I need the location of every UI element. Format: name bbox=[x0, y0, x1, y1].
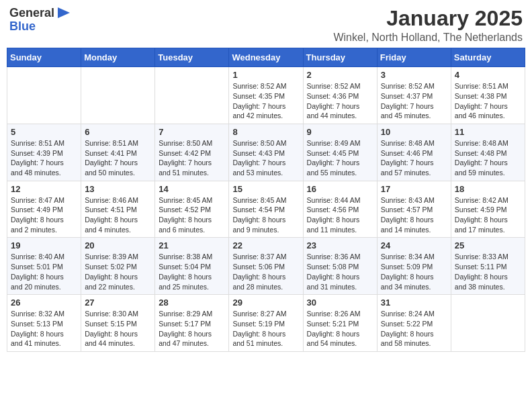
weekday-header-saturday: Saturday bbox=[451, 48, 525, 67]
day-info: Sunrise: 8:33 AM Sunset: 5:11 PM Dayligh… bbox=[455, 252, 521, 291]
day-info: Sunrise: 8:29 AM Sunset: 5:17 PM Dayligh… bbox=[159, 309, 225, 349]
day-number: 16 bbox=[307, 184, 373, 194]
calendar-cell: 9Sunrise: 8:49 AM Sunset: 4:45 PM Daylig… bbox=[303, 124, 377, 181]
day-info: Sunrise: 8:37 AM Sunset: 5:06 PM Dayligh… bbox=[232, 252, 299, 291]
logo-blue: Blue bbox=[9, 20, 71, 34]
weekday-header-sunday: Sunday bbox=[7, 48, 81, 67]
day-number: 10 bbox=[381, 127, 447, 137]
day-number: 24 bbox=[381, 240, 447, 250]
month-title: January 2025 bbox=[333, 7, 523, 30]
calendar-cell: 17Sunrise: 8:43 AM Sunset: 4:57 PM Dayli… bbox=[377, 181, 451, 238]
day-info: Sunrise: 8:45 AM Sunset: 4:54 PM Dayligh… bbox=[232, 195, 299, 235]
day-info: Sunrise: 8:39 AM Sunset: 5:02 PM Dayligh… bbox=[85, 252, 151, 291]
calendar-cell: 2Sunrise: 8:52 AM Sunset: 4:36 PM Daylig… bbox=[303, 67, 377, 124]
day-number: 23 bbox=[307, 240, 373, 250]
calendar-cell: 3Sunrise: 8:52 AM Sunset: 4:37 PM Daylig… bbox=[377, 67, 451, 124]
day-info: Sunrise: 8:38 AM Sunset: 5:04 PM Dayligh… bbox=[159, 252, 225, 291]
calendar-cell: 26Sunrise: 8:32 AM Sunset: 5:13 PM Dayli… bbox=[7, 295, 81, 352]
day-number: 31 bbox=[381, 298, 447, 308]
calendar-cell: 12Sunrise: 8:47 AM Sunset: 4:49 PM Dayli… bbox=[7, 181, 81, 238]
calendar-cell: 29Sunrise: 8:27 AM Sunset: 5:19 PM Dayli… bbox=[229, 295, 303, 352]
day-number: 11 bbox=[455, 127, 521, 137]
day-info: Sunrise: 8:50 AM Sunset: 4:43 PM Dayligh… bbox=[232, 138, 299, 178]
weekday-header-thursday: Thursday bbox=[303, 48, 377, 67]
day-number: 28 bbox=[159, 298, 225, 308]
weekday-header-row: SundayMondayTuesdayWednesdayThursdayFrid… bbox=[7, 48, 525, 67]
calendar-week-row: 5Sunrise: 8:51 AM Sunset: 4:39 PM Daylig… bbox=[7, 124, 525, 181]
day-info: Sunrise: 8:43 AM Sunset: 4:57 PM Dayligh… bbox=[381, 195, 447, 235]
location-title: Winkel, North Holland, The Netherlands bbox=[333, 32, 523, 44]
calendar-cell: 22Sunrise: 8:37 AM Sunset: 5:06 PM Dayli… bbox=[229, 238, 303, 295]
day-number: 18 bbox=[455, 184, 521, 194]
day-number: 19 bbox=[11, 240, 77, 250]
day-number: 7 bbox=[159, 127, 225, 137]
calendar-cell: 31Sunrise: 8:24 AM Sunset: 5:22 PM Dayli… bbox=[377, 295, 451, 352]
calendar-cell: 19Sunrise: 8:40 AM Sunset: 5:01 PM Dayli… bbox=[7, 238, 81, 295]
calendar-week-row: 19Sunrise: 8:40 AM Sunset: 5:01 PM Dayli… bbox=[7, 238, 525, 295]
calendar-cell: 27Sunrise: 8:30 AM Sunset: 5:15 PM Dayli… bbox=[81, 295, 155, 352]
day-number: 6 bbox=[85, 127, 151, 137]
day-number: 22 bbox=[232, 240, 299, 250]
day-number: 2 bbox=[307, 70, 373, 80]
calendar-cell: 23Sunrise: 8:36 AM Sunset: 5:08 PM Dayli… bbox=[303, 238, 377, 295]
day-number: 8 bbox=[232, 127, 299, 137]
weekday-header-wednesday: Wednesday bbox=[229, 48, 303, 67]
calendar-cell: 16Sunrise: 8:44 AM Sunset: 4:56 PM Dayli… bbox=[303, 181, 377, 238]
day-number: 20 bbox=[85, 240, 151, 250]
logo: General Blue bbox=[9, 7, 71, 34]
weekday-header-tuesday: Tuesday bbox=[155, 48, 229, 67]
day-number: 15 bbox=[232, 184, 299, 194]
day-info: Sunrise: 8:45 AM Sunset: 4:52 PM Dayligh… bbox=[159, 195, 225, 235]
calendar-cell: 8Sunrise: 8:50 AM Sunset: 4:43 PM Daylig… bbox=[229, 124, 303, 181]
svg-marker-0 bbox=[58, 7, 70, 18]
weekday-header-monday: Monday bbox=[81, 48, 155, 67]
day-info: Sunrise: 8:26 AM Sunset: 5:21 PM Dayligh… bbox=[307, 309, 373, 349]
calendar-week-row: 26Sunrise: 8:32 AM Sunset: 5:13 PM Dayli… bbox=[7, 295, 525, 352]
day-info: Sunrise: 8:32 AM Sunset: 5:13 PM Dayligh… bbox=[11, 309, 77, 349]
calendar-cell: 14Sunrise: 8:45 AM Sunset: 4:52 PM Dayli… bbox=[155, 181, 229, 238]
day-number: 3 bbox=[381, 70, 447, 80]
title-section: January 2025 Winkel, North Holland, The … bbox=[333, 7, 523, 44]
calendar-cell: 6Sunrise: 8:51 AM Sunset: 4:41 PM Daylig… bbox=[81, 124, 155, 181]
calendar-cell: 18Sunrise: 8:42 AM Sunset: 4:59 PM Dayli… bbox=[451, 181, 525, 238]
day-info: Sunrise: 8:40 AM Sunset: 5:01 PM Dayligh… bbox=[11, 252, 77, 291]
day-info: Sunrise: 8:52 AM Sunset: 4:37 PM Dayligh… bbox=[381, 81, 447, 121]
day-info: Sunrise: 8:42 AM Sunset: 4:59 PM Dayligh… bbox=[455, 195, 521, 235]
day-info: Sunrise: 8:24 AM Sunset: 5:22 PM Dayligh… bbox=[381, 309, 447, 349]
calendar-cell: 24Sunrise: 8:34 AM Sunset: 5:09 PM Dayli… bbox=[377, 238, 451, 295]
calendar-cell: 15Sunrise: 8:45 AM Sunset: 4:54 PM Dayli… bbox=[229, 181, 303, 238]
calendar-cell bbox=[155, 67, 229, 124]
page-header: General Blue January 2025 Winkel, North … bbox=[7, 7, 525, 44]
calendar-cell: 21Sunrise: 8:38 AM Sunset: 5:04 PM Dayli… bbox=[155, 238, 229, 295]
day-number: 12 bbox=[11, 184, 77, 194]
day-number: 26 bbox=[11, 298, 77, 308]
day-number: 14 bbox=[159, 184, 225, 194]
calendar-table: SundayMondayTuesdayWednesdayThursdayFrid… bbox=[7, 48, 525, 352]
day-info: Sunrise: 8:46 AM Sunset: 4:51 PM Dayligh… bbox=[85, 195, 151, 235]
calendar-cell: 5Sunrise: 8:51 AM Sunset: 4:39 PM Daylig… bbox=[7, 124, 81, 181]
day-info: Sunrise: 8:49 AM Sunset: 4:45 PM Dayligh… bbox=[307, 138, 373, 178]
calendar-cell bbox=[81, 67, 155, 124]
day-number: 27 bbox=[85, 298, 151, 308]
day-info: Sunrise: 8:52 AM Sunset: 4:35 PM Dayligh… bbox=[232, 81, 299, 121]
calendar-cell: 28Sunrise: 8:29 AM Sunset: 5:17 PM Dayli… bbox=[155, 295, 229, 352]
calendar-week-row: 12Sunrise: 8:47 AM Sunset: 4:49 PM Dayli… bbox=[7, 181, 525, 238]
day-number: 29 bbox=[232, 298, 299, 308]
logo-flag-icon bbox=[58, 7, 71, 19]
day-number: 4 bbox=[455, 70, 521, 80]
day-info: Sunrise: 8:52 AM Sunset: 4:36 PM Dayligh… bbox=[307, 81, 373, 121]
day-info: Sunrise: 8:30 AM Sunset: 5:15 PM Dayligh… bbox=[85, 309, 151, 349]
day-info: Sunrise: 8:51 AM Sunset: 4:39 PM Dayligh… bbox=[11, 138, 77, 178]
day-info: Sunrise: 8:34 AM Sunset: 5:09 PM Dayligh… bbox=[381, 252, 447, 291]
day-number: 13 bbox=[85, 184, 151, 194]
day-info: Sunrise: 8:51 AM Sunset: 4:38 PM Dayligh… bbox=[455, 81, 521, 121]
calendar-cell: 7Sunrise: 8:50 AM Sunset: 4:42 PM Daylig… bbox=[155, 124, 229, 181]
day-number: 5 bbox=[11, 127, 77, 137]
calendar-cell bbox=[451, 295, 525, 352]
day-info: Sunrise: 8:48 AM Sunset: 4:48 PM Dayligh… bbox=[455, 138, 521, 178]
day-number: 25 bbox=[455, 240, 521, 250]
calendar-cell: 10Sunrise: 8:48 AM Sunset: 4:46 PM Dayli… bbox=[377, 124, 451, 181]
calendar-cell: 4Sunrise: 8:51 AM Sunset: 4:38 PM Daylig… bbox=[451, 67, 525, 124]
day-info: Sunrise: 8:47 AM Sunset: 4:49 PM Dayligh… bbox=[11, 195, 77, 235]
calendar-cell: 25Sunrise: 8:33 AM Sunset: 5:11 PM Dayli… bbox=[451, 238, 525, 295]
